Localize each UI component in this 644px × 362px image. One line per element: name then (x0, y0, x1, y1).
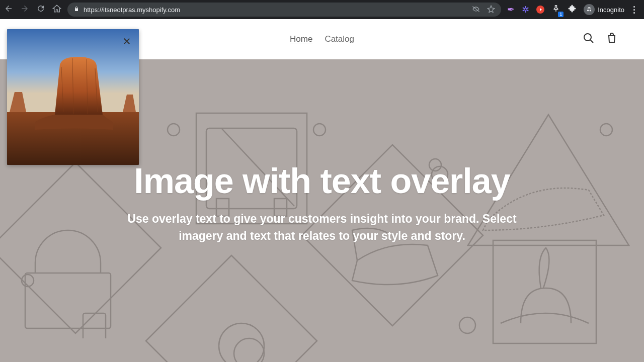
nav-buttons (4, 4, 61, 15)
svg-point-7 (219, 323, 264, 362)
svg-point-15 (22, 275, 34, 287)
popup-close-button[interactable] (120, 34, 134, 48)
incognito-indicator[interactable]: Incognito (584, 4, 624, 15)
chrome-menu-button[interactable] (631, 6, 637, 14)
ext-feather-icon[interactable]: ✒ (507, 4, 515, 15)
nav-home[interactable]: Home (290, 34, 312, 44)
ext-video-icon[interactable] (536, 6, 544, 14)
hero-title: Image with text overlay (134, 161, 510, 201)
url-text: https://itsneotpras.myshopify.com (84, 6, 468, 14)
svg-rect-2 (83, 313, 106, 338)
nav-catalog[interactable]: Catalog (325, 34, 354, 44)
popup-image (7, 29, 139, 165)
incognito-icon (584, 4, 595, 15)
star-icon[interactable] (487, 5, 495, 15)
cart-icon[interactable] (606, 32, 618, 46)
search-icon[interactable] (583, 32, 595, 46)
browser-chrome: https://itsneotpras.myshopify.com ✒ ✲ 1 … (0, 0, 644, 19)
svg-point-16 (459, 317, 475, 333)
hero-subtitle: Use overlay text to give your customers … (121, 210, 523, 245)
main-nav: Home Catalog (290, 34, 354, 44)
extensions-tray: ✒ ✲ 1 Incognito (507, 4, 640, 15)
incognito-label: Incognito (598, 6, 624, 14)
lock-icon (73, 6, 79, 14)
ext-gear-icon[interactable]: ✲ (522, 4, 529, 15)
svg-point-10 (168, 124, 180, 136)
extensions-icon[interactable] (568, 4, 577, 15)
forward-button[interactable] (20, 4, 29, 15)
svg-rect-9 (493, 240, 596, 343)
svg-point-0 (584, 34, 591, 41)
eye-off-icon[interactable] (472, 5, 480, 15)
home-button[interactable] (52, 4, 61, 15)
svg-point-14 (600, 124, 612, 136)
back-button[interactable] (4, 4, 13, 15)
header-actions (583, 32, 618, 46)
popup-overlay (7, 29, 139, 165)
svg-point-11 (313, 124, 326, 136)
addr-right-icons (472, 5, 495, 15)
svg-rect-1 (25, 273, 111, 328)
reload-button[interactable] (36, 4, 45, 15)
ext-badge: 1 (558, 12, 564, 17)
address-bar[interactable]: https://itsneotpras.myshopify.com (67, 3, 501, 17)
ext-pinned-icon[interactable]: 1 (551, 4, 560, 15)
